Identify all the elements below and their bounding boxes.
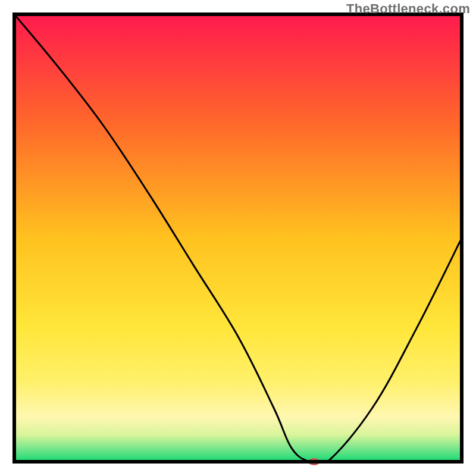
- watermark: TheBottleneck.com: [346, 1, 470, 17]
- plot-background: [14, 14, 462, 462]
- chart-svg: [0, 0, 476, 476]
- chart-canvas: TheBottleneck.com: [0, 0, 476, 476]
